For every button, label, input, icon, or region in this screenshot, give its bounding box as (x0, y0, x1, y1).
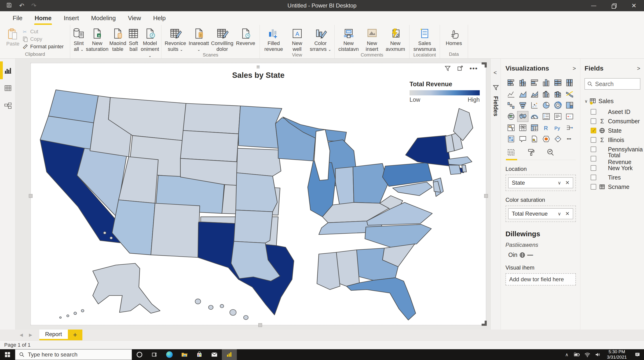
field-item-total-revenue[interactable]: Total Revenue (584, 154, 640, 163)
state-south-dakota[interactable] (180, 130, 238, 162)
viz-type-metrics-icon[interactable] (552, 134, 564, 144)
state-minnesota[interactable] (238, 106, 282, 148)
field-item-scname[interactable]: Scname (584, 182, 640, 192)
visual-drag-handle[interactable]: ≡ (256, 63, 260, 71)
cut-button[interactable]: ✂Cut (22, 29, 64, 35)
state-hawaii[interactable] (230, 309, 236, 315)
resize-handle-bottom-right[interactable] (482, 321, 487, 326)
resize-handle-bottom[interactable] (258, 323, 262, 327)
drillthrough-chip[interactable]: Oin — (506, 252, 576, 258)
state-connecticut[interactable] (449, 165, 461, 174)
collapsed-fieldes-pane[interactable]: < Fieldes (490, 59, 501, 329)
mail-icon[interactable] (207, 349, 222, 360)
viz-type-100-stacked-column-icon[interactable] (564, 77, 575, 88)
field-checkbox[interactable] (591, 128, 596, 133)
close-button[interactable]: ✕ (624, 0, 644, 11)
state-massachusetts[interactable] (448, 157, 472, 165)
field-checkbox[interactable] (591, 118, 596, 124)
state-iowa[interactable] (236, 148, 281, 176)
viz-type-r-script-icon[interactable]: R (540, 122, 552, 133)
taskbar-clock[interactable]: 5:30 PM3/31/2021 (603, 349, 631, 360)
viz-type-smart-narrative-icon[interactable] (517, 134, 528, 144)
viz-type-card-icon[interactable] (564, 111, 575, 122)
battery-icon[interactable] (572, 352, 582, 357)
collapse-pane-chevron[interactable]: > (637, 65, 640, 72)
data-view-button[interactable] (4, 84, 12, 92)
viz-type-gauge-icon[interactable] (529, 111, 540, 122)
menu-item-insert[interactable]: Insert (58, 12, 85, 24)
field-checkbox[interactable] (591, 156, 596, 161)
task-view-icon[interactable] (147, 349, 162, 360)
copy-button[interactable]: Copy (22, 36, 64, 42)
state-hawaii[interactable] (208, 305, 213, 309)
start-button[interactable] (0, 349, 15, 360)
ribbon-button-new-avxmum[interactable]: Newavxmum (384, 27, 407, 52)
viz-type-more-options-icon[interactable]: ••• (564, 134, 575, 144)
viz-type-matrix-icon[interactable] (529, 122, 540, 133)
tab-format[interactable] (526, 148, 536, 157)
viz-type-python-script-icon[interactable]: Py (552, 122, 564, 133)
prev-page-arrow[interactable]: ◀ (20, 332, 23, 337)
color-saturation-dropdown[interactable]: Total Revenue ∨ ✕ (508, 208, 573, 219)
add-page-button[interactable]: + (68, 329, 82, 340)
state-north-dakota[interactable] (183, 103, 240, 134)
field-item-illinois[interactable]: Σ Illinois (584, 135, 640, 145)
state-hawaii[interactable] (195, 299, 201, 304)
map-visual[interactable]: ≡ Sales by State ••• Total Revenue LowHi… (30, 63, 486, 325)
ribbon-button-filled-revenue[interactable]: Filledrevenue (262, 27, 285, 52)
report-view-button[interactable] (4, 66, 12, 75)
state-ohio[interactable] (353, 163, 388, 203)
resize-handle-left[interactable] (29, 194, 32, 198)
viz-type-stacked-bar-icon[interactable] (506, 77, 517, 88)
field-checkbox[interactable] (591, 165, 596, 171)
viz-type-slicer-icon[interactable] (506, 122, 517, 133)
field-item-new-york[interactable]: New York (584, 163, 640, 173)
viz-type-filled-map-icon[interactable] (517, 111, 528, 122)
field-checkbox[interactable] (591, 174, 596, 180)
chevron-down-icon[interactable]: ∨ (558, 180, 561, 186)
field-checkbox[interactable] (591, 146, 596, 152)
save-icon[interactable] (6, 2, 12, 9)
volume-icon[interactable] (592, 351, 603, 358)
viz-type-map-icon[interactable] (506, 111, 517, 122)
ribbon-button-inareoatt[interactable]: Inareoatt ⌄ (188, 27, 210, 52)
state-alaska[interactable] (93, 263, 160, 313)
state-hawaii[interactable] (244, 315, 248, 320)
viz-type-pie-icon[interactable] (540, 100, 552, 111)
field-item-comsumber[interactable]: Σ Comsumber (584, 116, 640, 126)
state-florida[interactable] (346, 278, 416, 320)
redo-icon[interactable]: ↷ (31, 3, 36, 9)
ribbon-button-new-saturation[interactable]: X Newsaturation (86, 27, 108, 52)
tray-expand-chevron[interactable]: ∧ (562, 352, 572, 357)
tab-analytics[interactable] (546, 148, 556, 157)
ribbon-button-homes[interactable]: Homes (443, 27, 465, 46)
edge-icon[interactable] (162, 349, 177, 360)
ribbon-button-new-well[interactable]: A Newwell (286, 27, 308, 52)
drill-field-dropzone[interactable]: Add dew tor field here (506, 273, 576, 285)
field-checkbox[interactable] (591, 137, 596, 143)
state-north-carolina[interactable] (365, 224, 431, 247)
ribbon-button-sales-srwsmura[interactable]: Salessrwsmura (414, 27, 436, 52)
paste-button[interactable]: Paste (6, 27, 20, 47)
file-explorer-icon[interactable] (177, 349, 192, 360)
ribbon-button-color-srranvs[interactable]: Colorsrranvs ⌄ (309, 27, 332, 52)
viz-type-stacked-column-icon[interactable] (517, 77, 528, 88)
ribbon-button-soft-bail[interactable]: Softbail (127, 27, 140, 52)
more-options-icon[interactable]: ••• (470, 65, 478, 72)
ribbon-button-maoind-table[interactable]: Maoindtable (109, 27, 126, 52)
table-node-sales[interactable]: ∨ ✓ Sales (584, 97, 640, 105)
state-rhode-island[interactable] (462, 165, 466, 172)
menu-item-modeling[interactable]: Modeling (85, 12, 122, 24)
tab-fields[interactable] (507, 148, 516, 157)
menu-item-file[interactable]: File (6, 12, 28, 24)
field-item-tires[interactable]: Tires (584, 173, 640, 182)
remove-field-icon[interactable]: ✕ (565, 211, 570, 217)
viz-type-kpi-icon[interactable] (552, 111, 564, 122)
taskbar-search-input[interactable]: Type here to search (15, 349, 132, 360)
viz-type-qa-icon[interactable] (529, 134, 540, 144)
ribbon-button-new-cistatavn[interactable]: Newcistatavn (338, 27, 360, 52)
field-checkbox[interactable] (591, 184, 596, 190)
chevron-expanded-icon[interactable]: ∨ (584, 99, 588, 104)
collapse-pane-chevron[interactable]: > (573, 65, 576, 72)
ribbon-button-new-insert[interactable]: Newinsert (361, 27, 383, 52)
